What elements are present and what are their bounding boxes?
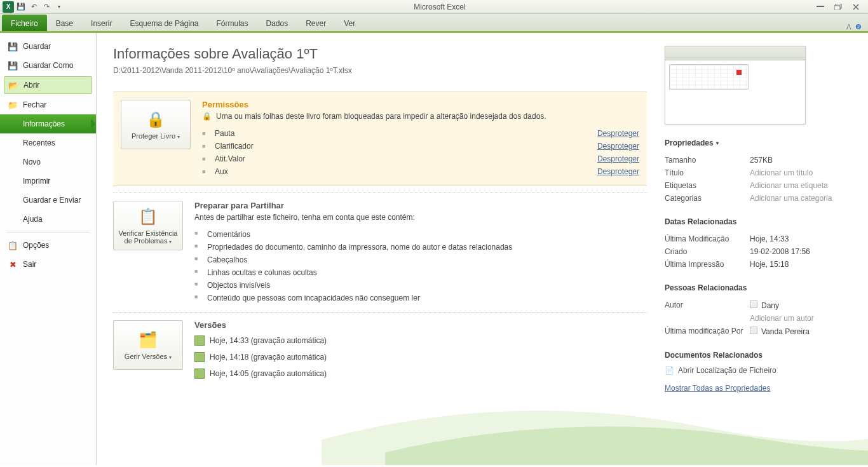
related-dates-header: Datas Relacionadas: [665, 217, 849, 226]
page-title: Informações sobre Avaliação 1ºT: [113, 46, 647, 62]
folder-icon: 📄: [665, 366, 674, 375]
open-icon: 📂: [8, 80, 18, 90]
prepare-item: ■Comentários: [194, 228, 647, 241]
protected-sheet-row: ■PautaDesproteger: [202, 127, 639, 140]
nav-guardar[interactable]: 💾Guardar: [0, 37, 96, 56]
title-bar: X 💾 ↶ ↷ ▾ Microsoft Excel: [0, 0, 868, 14]
nav-abrir[interactable]: 📂Abrir: [4, 76, 92, 94]
nav-informacoes[interactable]: Informações: [0, 114, 96, 133]
prepare-heading: Preparar para Partilhar: [194, 201, 647, 210]
svg-rect-0: [817, 6, 824, 7]
saveas-icon: 💾: [8, 60, 18, 71]
prepare-share-section: 📋 Verificar Existência de Problemas ▾ Pr…: [113, 193, 647, 312]
protected-sheet-row: ■AuxDesproteger: [202, 165, 639, 178]
show-all-properties-link[interactable]: Mostrar Todas as Propriedades: [665, 384, 849, 393]
tags-field[interactable]: Adicionar uma etiqueta: [750, 181, 828, 190]
backstage-nav: 💾Guardar 💾Guardar Como 📂Abrir 📁Fechar In…: [0, 33, 97, 465]
protected-sheets-list: ■PautaDesproteger■ClarificadorDesprotege…: [202, 127, 639, 178]
nav-novo[interactable]: Novo: [0, 152, 96, 172]
tab-rever[interactable]: Rever: [297, 15, 335, 31]
categories-field[interactable]: Adicionar uma categoria: [750, 194, 832, 203]
tab-inserir[interactable]: Inserir: [82, 15, 121, 31]
permissions-heading: Permissões: [202, 100, 639, 109]
unprotect-link[interactable]: Desproteger: [597, 129, 639, 138]
tab-dados[interactable]: Dados: [257, 15, 297, 31]
excel-file-icon: [194, 352, 205, 362]
protected-sheet-row: ■Atit.ValorDesproteger: [202, 152, 639, 165]
nav-recentes[interactable]: Recentes: [0, 133, 96, 152]
excel-file-icon: [194, 335, 205, 346]
add-author-field[interactable]: Adicionar um autor: [750, 314, 814, 323]
app-title: Microsoft Excel: [65, 3, 815, 11]
save-icon[interactable]: 💾: [15, 1, 27, 13]
save-icon: 💾: [8, 41, 18, 51]
minimize-ribbon-icon[interactable]: ᐱ: [846, 23, 851, 31]
ribbon-tabs: Ficheiro Base Inserir Esquema de Página …: [0, 14, 868, 33]
permissions-section: 🔒 Proteger Livro ▾ Permissões 🔒Uma ou ma…: [113, 91, 647, 186]
nav-imprimir[interactable]: Imprimir: [0, 172, 96, 191]
title-field[interactable]: Adicionar um título: [750, 168, 813, 177]
versions-section: 🗂️ Gerir Versões ▾ Versões Hoje, 14:33 (…: [113, 312, 647, 389]
prepare-item: ■Linhas ocultas e colunas ocultas: [194, 266, 647, 279]
prepare-item: ■Objectos invisíveis: [194, 279, 647, 292]
help-icon[interactable]: ❷: [855, 23, 862, 31]
excel-file-icon: [194, 369, 205, 379]
tab-esquema[interactable]: Esquema de Página: [121, 15, 207, 31]
document-thumbnail[interactable]: [665, 46, 806, 125]
nav-opcoes[interactable]: 📋Opções: [0, 236, 96, 255]
close-button[interactable]: [850, 3, 862, 11]
version-item[interactable]: Hoje, 14:18 (gravação automática): [194, 349, 647, 365]
prepare-items-list: ■Comentários■Propriedades do documento, …: [194, 228, 647, 304]
tab-base[interactable]: Base: [47, 15, 82, 31]
avatar-icon: [750, 327, 757, 334]
related-docs-header: Documentos Relacionados: [665, 351, 849, 360]
nav-ajuda[interactable]: Ajuda: [0, 210, 96, 229]
options-icon: 📋: [8, 240, 18, 250]
version-item[interactable]: Hoje, 14:33 (gravação automática): [194, 332, 647, 349]
unprotect-link[interactable]: Desproteger: [597, 167, 639, 176]
excel-logo: X: [3, 1, 14, 13]
exit-icon: ✖: [8, 259, 18, 269]
version-item[interactable]: Hoje, 14:05 (gravação automática): [194, 365, 647, 382]
nav-guardar-enviar[interactable]: Guardar e Enviar: [0, 191, 96, 210]
file-path: D:\2011-2012\Vanda 2011-2012\10º ano\Ava…: [113, 66, 647, 75]
prepare-item: ■Cabeçalhos: [194, 254, 647, 266]
window-controls: [815, 3, 865, 11]
nav-fechar[interactable]: 📁Fechar: [0, 95, 96, 114]
unprotect-link[interactable]: Desproteger: [597, 142, 639, 151]
tab-file[interactable]: Ficheiro: [2, 15, 47, 31]
protected-sheet-row: ■ClarificadorDesproteger: [202, 140, 639, 152]
avatar-icon: [750, 301, 757, 308]
svg-rect-2: [834, 6, 840, 10]
open-file-location[interactable]: 📄Abrir Localização de Ficheiro: [665, 366, 849, 375]
prepare-item: ■Conteúdo que pessoas com incapacidades …: [194, 292, 647, 304]
permissions-desc: 🔒Uma ou mais folhas deste livro foram bl…: [202, 112, 639, 121]
properties-panel: Propriedades▾ Tamanho257KB TítuloAdicion…: [665, 33, 868, 465]
properties-header[interactable]: Propriedades▾: [665, 139, 849, 147]
nav-sair[interactable]: ✖Sair: [0, 255, 96, 274]
qat-dropdown-icon[interactable]: ▾: [53, 1, 65, 13]
versions-icon: 🗂️: [138, 330, 158, 350]
restore-button[interactable]: [832, 3, 844, 11]
tab-ver[interactable]: Ver: [335, 15, 364, 31]
minimize-button[interactable]: [815, 3, 826, 11]
prepare-desc: Antes de partilhar este ficheiro, tenha …: [194, 213, 647, 222]
redo-icon[interactable]: ↷: [41, 1, 52, 13]
prepare-item: ■Propriedades do documento, caminho da i…: [194, 241, 647, 254]
manage-versions-button[interactable]: 🗂️ Gerir Versões ▾: [113, 320, 183, 370]
unprotect-link[interactable]: Desproteger: [597, 154, 639, 163]
close-icon: 📁: [8, 100, 18, 110]
related-people-header: Pessoas Relacionadas: [665, 283, 849, 292]
backstage-view: 💾Guardar 💾Guardar Como 📂Abrir 📁Fechar In…: [0, 33, 868, 465]
check-issues-button[interactable]: 📋 Verificar Existência de Problemas ▾: [113, 201, 183, 250]
versions-heading: Versões: [194, 320, 647, 330]
lock-small-icon: 🔒: [202, 112, 212, 121]
tab-formulas[interactable]: Fórmulas: [207, 15, 257, 31]
backstage-main: Informações sobre Avaliação 1ºT D:\2011-…: [97, 33, 665, 465]
undo-icon[interactable]: ↶: [28, 1, 39, 13]
quick-access-toolbar: X 💾 ↶ ↷ ▾: [3, 1, 65, 13]
lock-icon: 🔒: [146, 109, 166, 130]
versions-list: Hoje, 14:33 (gravação automática)Hoje, 1…: [194, 332, 647, 382]
protect-workbook-button[interactable]: 🔒 Proteger Livro ▾: [121, 100, 191, 149]
nav-guardar-como[interactable]: 💾Guardar Como: [0, 56, 96, 75]
